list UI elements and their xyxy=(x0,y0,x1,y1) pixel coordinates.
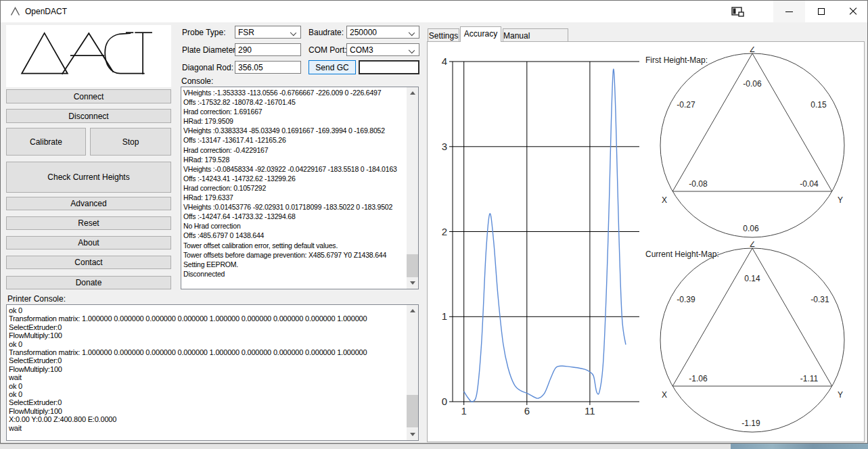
svg-text:1: 1 xyxy=(442,310,447,322)
first-height-map: First Height-Map: Z X Y -0.06 -0.27 0.15… xyxy=(644,47,868,243)
tower-x-label: X xyxy=(662,195,667,205)
disconnect-button[interactable]: Disconnect xyxy=(6,109,171,123)
printer-console-scrollbar[interactable] xyxy=(407,305,418,440)
svg-text:2: 2 xyxy=(442,226,447,237)
connect-label: Connect xyxy=(74,92,104,101)
maximize-button[interactable] xyxy=(805,1,837,22)
about-button[interactable]: About xyxy=(6,236,171,250)
plate-diameter-field[interactable]: 290 xyxy=(235,43,301,56)
arrow-down-icon xyxy=(410,433,415,436)
com-port-value: COM3 xyxy=(350,45,373,55)
stop-button[interactable]: Stop xyxy=(90,128,171,156)
scroll-up-button[interactable] xyxy=(407,87,418,99)
gcode-input[interactable] xyxy=(359,60,419,74)
check-current-heights-button[interactable]: Check Current Heights xyxy=(6,162,171,193)
check-heights-label: Check Current Heights xyxy=(47,172,129,182)
dact-logo xyxy=(18,29,154,79)
tower-z-label: Z xyxy=(750,47,754,54)
window-title: OpenDACT xyxy=(25,7,67,16)
com-port-select[interactable]: COM3 xyxy=(346,43,419,56)
scrollbar-thumb[interactable] xyxy=(407,254,418,277)
current-height-map: Current Height-Map: Z X Y 0.14 -0.39 -0.… xyxy=(644,241,868,438)
tab-settings-label: Settings xyxy=(429,31,458,41)
title-bar: OpenDACT xyxy=(1,1,867,22)
close-button[interactable] xyxy=(837,1,868,22)
probe-type-select[interactable]: FSR xyxy=(235,26,301,39)
baudrate-label: Baudrate: xyxy=(309,28,344,37)
console-label: Console: xyxy=(181,76,213,86)
svg-text:11: 11 xyxy=(585,405,595,417)
display-icon[interactable] xyxy=(731,7,744,17)
reset-label: Reset xyxy=(78,218,99,228)
dact-logo-box xyxy=(6,25,171,87)
disconnect-label: Disconnect xyxy=(68,112,108,121)
contact-label: Contact xyxy=(74,258,102,267)
contact-button[interactable]: Contact xyxy=(6,256,171,269)
chevron-down-icon xyxy=(409,47,415,53)
minimize-icon xyxy=(785,11,793,12)
connect-button[interactable]: Connect xyxy=(6,89,171,103)
height-value-left: -1.06 xyxy=(689,374,708,383)
scroll-down-button[interactable] xyxy=(407,429,418,440)
svg-text:6: 6 xyxy=(524,405,530,417)
scroll-down-button[interactable] xyxy=(407,277,418,289)
plate-diameter-value: 290 xyxy=(238,45,252,55)
scrollbar-thumb[interactable] xyxy=(407,395,418,427)
donate-button[interactable]: Donate xyxy=(6,276,171,289)
svg-text:3: 3 xyxy=(442,141,447,152)
background-window-strip xyxy=(0,444,731,449)
console-text: VHeights :-1.353333 -113.0556 -0.6766667… xyxy=(183,88,407,279)
tower-y-label: Y xyxy=(838,195,843,205)
app-triangle-icon xyxy=(9,6,21,17)
height-value-upper-right: -0.31 xyxy=(810,295,829,304)
send-gc-label: Send GC xyxy=(315,63,348,72)
maximize-icon xyxy=(818,8,825,15)
accuracy-chart: 012341611 xyxy=(432,45,648,421)
svg-text:4: 4 xyxy=(442,55,447,67)
tower-x-label: X xyxy=(662,390,667,400)
tower-y-label: Y xyxy=(838,390,843,400)
advanced-label: Advanced xyxy=(70,199,106,208)
tab-settings[interactable]: Settings xyxy=(428,28,459,41)
diagonal-rod-field[interactable]: 356.05 xyxy=(235,61,301,74)
plate-diameter-label: Plate Diameter: xyxy=(182,45,238,55)
reset-button[interactable]: Reset xyxy=(6,216,171,230)
arrow-up-icon xyxy=(410,91,415,95)
height-value-left: -0.08 xyxy=(689,179,708,189)
height-value-top: -0.06 xyxy=(743,79,762,89)
tab-accuracy-label: Accuracy xyxy=(464,29,497,39)
about-label: About xyxy=(78,238,99,247)
accuracy-tab-page: 012341611 First Height-Map: Z X Y -0.06 … xyxy=(427,41,865,442)
baudrate-select[interactable]: 250000 xyxy=(346,26,419,39)
height-value-right: -0.04 xyxy=(800,179,819,189)
printer-console-output[interactable]: ok 0 Transformation matrix: 1.000000 0.0… xyxy=(6,304,419,441)
height-value-upper-left: -0.39 xyxy=(677,295,695,304)
calibrate-label: Calibrate xyxy=(30,137,62,147)
height-value-upper-right: 0.15 xyxy=(810,100,827,110)
advanced-button[interactable]: Advanced xyxy=(6,197,171,210)
svg-text:1: 1 xyxy=(461,405,467,417)
minimize-button[interactable] xyxy=(773,1,805,22)
height-value-bottom: -1.19 xyxy=(741,419,760,428)
svg-text:0: 0 xyxy=(442,396,447,407)
tab-accuracy[interactable]: Accuracy xyxy=(460,26,501,42)
baudrate-value: 250000 xyxy=(350,28,377,37)
first-height-map-title: First Height-Map: xyxy=(645,55,708,65)
console-output[interactable]: VHeights :-1.353333 -113.0556 -0.6766667… xyxy=(181,87,419,289)
calibrate-button[interactable]: Calibrate xyxy=(6,128,86,156)
desktop-wallpaper-strip xyxy=(731,444,868,449)
arrow-down-icon xyxy=(410,281,415,285)
tower-z-label: Z xyxy=(750,241,754,249)
scroll-up-button[interactable] xyxy=(407,305,418,316)
height-value-top: 0.14 xyxy=(744,274,760,283)
height-value-upper-left: -0.27 xyxy=(677,100,695,110)
arrow-up-icon xyxy=(410,309,415,312)
send-gc-button[interactable]: Send GC xyxy=(309,60,356,74)
tab-manual-calibration[interactable]: Manual Calibration xyxy=(503,28,568,41)
diagonal-rod-value: 356.05 xyxy=(238,63,263,72)
stop-label: Stop xyxy=(122,137,139,147)
chevron-down-icon xyxy=(290,30,296,36)
console-scrollbar[interactable] xyxy=(407,87,418,289)
probe-type-label: Probe Type: xyxy=(182,28,226,37)
current-height-map-title: Current Height-Map: xyxy=(645,250,719,259)
